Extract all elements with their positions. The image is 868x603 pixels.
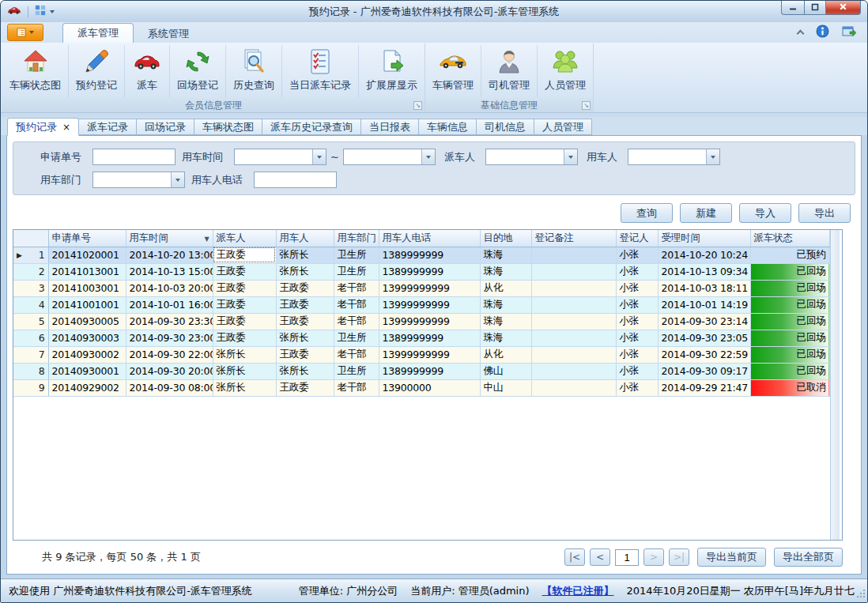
column-header-目的地[interactable]: 目的地 — [480, 230, 531, 247]
import-button[interactable]: 导入 — [739, 203, 791, 223]
cell-登记人[interactable]: 小张 — [616, 280, 658, 296]
cell-目的地[interactable]: 佛山 — [480, 363, 531, 379]
cell-用车时间[interactable]: 2014-10-13 15:00 — [126, 263, 213, 280]
export-all-pages-button[interactable]: 导出全部页 — [774, 548, 843, 567]
chevron-down-icon[interactable] — [564, 149, 577, 164]
row-header[interactable]: 3 — [13, 280, 48, 296]
cell-目的地[interactable]: 从化 — [480, 346, 531, 363]
cell-登记人[interactable]: 小张 — [616, 346, 658, 363]
chevron-down-icon[interactable] — [421, 149, 435, 164]
row-header[interactable]: 1▶ — [13, 247, 48, 263]
cell-派车人[interactable]: 张所长 — [213, 379, 276, 396]
cell-登记人[interactable]: 小张 — [616, 363, 658, 379]
cell-派车状态[interactable]: 已取消 — [750, 379, 829, 396]
cell-受理时间[interactable]: 2014-09-30 09:17 — [658, 363, 750, 379]
last-page-button[interactable]: >| — [669, 548, 689, 566]
cell-用车人电话[interactable]: 13999999999 — [379, 280, 480, 296]
resize-grip-icon[interactable] — [857, 589, 866, 601]
cell-用车人[interactable]: 王政委 — [276, 280, 334, 296]
cell-派车状态[interactable]: 已回场 — [750, 280, 829, 296]
row-header[interactable]: 5 — [13, 313, 48, 330]
cell-登记备注[interactable] — [531, 379, 616, 396]
cell-用车时间[interactable]: 2014-09-30 23:00 — [126, 330, 213, 346]
export-current-page-button[interactable]: 导出当前页 — [697, 548, 766, 567]
cell-登记备注[interactable] — [531, 313, 616, 330]
cell-受理时间[interactable]: 2014-09-30 23:05 — [658, 330, 750, 346]
cell-申请单号[interactable]: 20141003001 — [48, 280, 126, 296]
cell-派车状态[interactable]: 已回场 — [750, 346, 829, 363]
cell-用车人电话[interactable]: 1389999999 — [379, 247, 480, 263]
column-header-用车人[interactable]: 用车人 — [276, 230, 334, 247]
cell-申请单号[interactable]: 20140930003 — [48, 330, 126, 346]
cell-登记备注[interactable] — [531, 280, 616, 296]
row-header[interactable]: 9 — [13, 379, 48, 396]
doc-tab-司机信息[interactable]: 司机信息 — [477, 119, 534, 135]
column-header-受理时间[interactable]: 受理时间 — [658, 230, 750, 247]
collapse-ribbon-icon[interactable] — [797, 30, 805, 38]
chevron-down-icon[interactable] — [706, 149, 719, 164]
cell-用车人电话[interactable]: 13900000 — [379, 379, 480, 396]
column-header-登记备注[interactable]: 登记备注 — [531, 230, 616, 247]
cell-目的地[interactable]: 珠海 — [480, 296, 531, 313]
cell-用车时间[interactable]: 2014-10-01 16:00 — [126, 296, 213, 313]
doc-tab-回场记录[interactable]: 回场记录 — [137, 119, 194, 135]
doc-tab-车辆信息[interactable]: 车辆信息 — [419, 119, 477, 135]
column-header-派车状态[interactable]: 派车状态 — [750, 230, 829, 247]
cell-受理时间[interactable]: 2014-10-01 14:19 — [658, 296, 750, 313]
cell-用车人电话[interactable]: 13999999999 — [379, 296, 480, 313]
cell-登记备注[interactable] — [531, 263, 616, 280]
column-header-申请单号[interactable]: 申请单号 — [48, 230, 126, 247]
prev-page-button[interactable]: < — [590, 548, 610, 566]
export-button[interactable]: 导出 — [798, 203, 851, 223]
cell-用车人电话[interactable]: 1389999999 — [379, 263, 480, 280]
doc-tab-车辆状态图[interactable]: 车辆状态图 — [194, 119, 262, 135]
dispatcher-combo[interactable] — [485, 149, 578, 165]
cell-用车人电话[interactable]: 13999999999 — [379, 346, 480, 363]
cell-申请单号[interactable]: 20141001001 — [48, 296, 126, 313]
cell-派车状态[interactable]: 已预约 — [750, 247, 829, 263]
close-button[interactable] — [825, 1, 861, 15]
cell-用车部门[interactable]: 老干部 — [334, 280, 379, 296]
cell-受理时间[interactable]: 2014-09-29 21:47 — [658, 379, 750, 396]
column-header-派车人[interactable]: 派车人 — [213, 230, 276, 247]
cell-申请单号[interactable]: 20141013001 — [48, 263, 126, 280]
cell-登记人[interactable]: 小张 — [616, 247, 658, 263]
user-combo[interactable] — [628, 149, 720, 165]
use-time-from-combo[interactable] — [234, 149, 326, 165]
cell-用车时间[interactable]: 2014-09-30 20:00 — [126, 363, 213, 379]
grid-scrollbar[interactable] — [830, 230, 840, 540]
cell-目的地[interactable]: 珠海 — [480, 313, 531, 330]
cell-派车状态[interactable]: 已回场 — [750, 330, 829, 346]
row-header[interactable]: 7 — [13, 346, 48, 363]
doc-tab-预约记录[interactable]: 预约记录× — [7, 118, 79, 136]
cell-用车人[interactable]: 张所长 — [276, 330, 334, 346]
doc-tab-当日报表[interactable]: 当日报表 — [361, 119, 419, 135]
chevron-down-icon[interactable] — [171, 172, 184, 187]
cell-受理时间[interactable]: 2014-10-13 09:34 — [658, 263, 750, 280]
cell-申请单号[interactable]: 20140929002 — [48, 379, 126, 396]
ribbon-button-预约登记[interactable]: 预约登记 — [69, 45, 125, 97]
cell-登记人[interactable]: 小张 — [616, 379, 658, 396]
cell-派车状态[interactable]: 已回场 — [750, 263, 829, 280]
cell-派车人[interactable]: 王政委 — [213, 247, 276, 263]
ribbon-button-车辆管理[interactable]: 车辆管理 — [425, 45, 481, 97]
cell-用车人[interactable]: 张所长 — [276, 363, 334, 379]
cell-用车时间[interactable]: 2014-09-30 22:00 — [126, 346, 213, 363]
cell-用车部门[interactable]: 卫生所 — [334, 263, 379, 280]
cell-目的地[interactable]: 从化 — [480, 280, 531, 296]
cell-受理时间[interactable]: 2014-09-30 22:59 — [658, 346, 750, 363]
column-header-用车部门[interactable]: 用车部门 — [334, 230, 379, 247]
cell-用车时间[interactable]: 2014-09-30 23:30 — [126, 313, 213, 330]
cell-派车人[interactable]: 王政委 — [213, 280, 276, 296]
cell-派车人[interactable]: 王政委 — [213, 263, 276, 280]
cell-目的地[interactable]: 珠海 — [480, 330, 531, 346]
cell-用车部门[interactable]: 老干部 — [334, 296, 379, 313]
ribbon-button-历史查询[interactable]: 历史查询 — [226, 45, 282, 97]
cell-用车人[interactable]: 王政委 — [276, 346, 334, 363]
dialog-launcher-icon[interactable]: ↘ — [413, 101, 422, 110]
new-button[interactable]: 新建 — [680, 203, 732, 223]
column-header-用车时间[interactable]: 用车时间▼ — [126, 230, 213, 247]
page-input[interactable] — [615, 549, 639, 566]
ribbon-button-扩展屏显示[interactable]: 扩展屏显示 — [359, 45, 425, 97]
cell-用车时间[interactable]: 2014-10-03 20:00 — [126, 280, 213, 296]
